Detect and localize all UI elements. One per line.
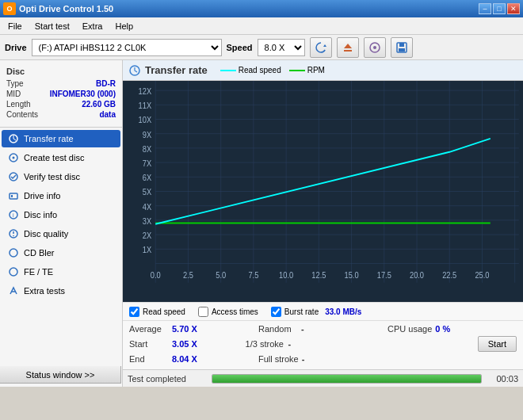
sidebar-item-disc-info[interactable]: i Disc info — [2, 206, 120, 223]
close-button[interactable]: ✕ — [507, 3, 520, 14]
burst-rate-checkbox[interactable] — [271, 307, 281, 317]
stats-section: Average 5.70 X Random - CPU usage 0 % St… — [123, 321, 523, 369]
sidebar-item-label: CD Bler — [24, 248, 55, 258]
menu-help[interactable]: Help — [110, 20, 138, 32]
svg-text:4X: 4X — [143, 202, 152, 212]
svg-rect-13 — [11, 195, 13, 197]
disc-type-key: Type — [6, 79, 24, 88]
stat-one-third: 1/3 stroke - — [246, 339, 362, 349]
svg-text:8X: 8X — [143, 144, 152, 154]
maximize-button[interactable]: □ — [493, 3, 506, 14]
end-val: 8.04 X — [172, 354, 212, 364]
svg-text:1X: 1X — [143, 245, 152, 254]
title-bar: O Opti Drive Control 1.50 – □ ✕ — [0, 0, 523, 17]
sidebar-item-label: Extra tests — [24, 286, 65, 296]
main-layout: Disc Type BD-R MID INFOMER30 (000) Lengt… — [0, 60, 523, 387]
refresh-button[interactable] — [310, 37, 332, 58]
chart-controls: Read speed Access times Burst rate 33.0 … — [123, 302, 523, 321]
menu-file[interactable]: File — [3, 20, 27, 32]
disc-length-val: 22.60 GB — [82, 100, 116, 109]
svg-rect-12 — [10, 193, 17, 199]
disc-mid-key: MID — [6, 90, 21, 98]
sidebar-item-label: Transfer rate — [24, 134, 74, 143]
speed-select[interactable]: 8.0 X — [258, 39, 305, 56]
disc-info-icon: i — [8, 209, 19, 220]
access-times-checkbox[interactable] — [198, 307, 208, 317]
disc-quality-icon — [8, 228, 19, 239]
burst-rate-value: 33.0 MB/s — [325, 307, 361, 316]
stat-end: End 8.04 X — [129, 354, 258, 364]
svg-text:0.0: 0.0 — [151, 270, 161, 280]
chart-svg: 12X 11X 10X 9X 8X 7X 6X 5X 4X 3X 2X 1X 0… — [123, 81, 523, 302]
sidebar-item-label: Verify test disc — [24, 172, 80, 181]
start-val: 3.05 X — [172, 339, 212, 349]
legend-rpm: RPM — [289, 66, 325, 74]
one-third-key: 1/3 stroke — [246, 339, 285, 349]
sidebar-item-fe-te[interactable]: FE / TE — [2, 263, 120, 281]
disc-icon-button[interactable] — [364, 37, 386, 58]
sidebar-item-label: FE / TE — [24, 267, 53, 277]
drive-label: Drive — [5, 43, 27, 52]
read-speed-label: Read speed — [239, 66, 281, 74]
drive-select[interactable]: (F:) ATAPI iHBS112 2 CL0K — [32, 39, 222, 56]
menu-bar: File Start test Extra Help — [0, 17, 523, 35]
save-button[interactable] — [391, 37, 413, 58]
drive-bar: Drive (F:) ATAPI iHBS112 2 CL0K Speed 8.… — [0, 35, 523, 60]
svg-text:i: i — [13, 212, 14, 218]
svg-text:6X: 6X — [143, 173, 152, 182]
svg-point-4 — [373, 46, 376, 49]
svg-rect-7 — [399, 48, 405, 52]
chart-area: 12X 11X 10X 9X 8X 7X 6X 5X 4X 3X 2X 1X 0… — [123, 81, 523, 302]
legend-read-speed: Read speed — [220, 66, 281, 74]
full-stroke-val: - — [302, 354, 342, 364]
stat-full-stroke: Full stroke - — [258, 354, 387, 364]
read-speed-checkbox[interactable] — [129, 307, 139, 317]
chart-header: Transfer rate Read speed RPM — [123, 60, 523, 81]
svg-rect-6 — [399, 43, 404, 47]
fe-te-icon — [8, 266, 19, 277]
stat-random: Random - — [258, 324, 387, 334]
content-area: Transfer rate Read speed RPM — [123, 60, 523, 387]
sidebar-divider — [0, 127, 122, 128]
sidebar-item-transfer-rate[interactable]: Transfer rate — [2, 130, 120, 147]
sidebar-item-cd-bler[interactable]: CD Bler — [2, 244, 120, 262]
speed-label: Speed — [227, 43, 253, 52]
svg-text:7X: 7X — [143, 158, 152, 168]
sidebar-item-create-test-disc[interactable]: Create test disc — [2, 149, 120, 166]
cpu-key: CPU usage — [387, 324, 432, 334]
chart-title: Transfer rate — [145, 64, 208, 76]
disc-contents-val: data — [99, 110, 116, 119]
svg-point-18 — [10, 249, 17, 257]
status-time: 00:03 — [487, 374, 518, 384]
sidebar-item-label: Drive info — [24, 191, 60, 200]
title-bar-left: O Opti Drive Control 1.50 — [3, 2, 113, 15]
menu-extra[interactable]: Extra — [78, 20, 108, 32]
sidebar-item-drive-info[interactable]: Drive info — [2, 187, 120, 204]
disc-contents-row: Contents data — [6, 110, 116, 119]
minimize-button[interactable]: – — [479, 3, 491, 14]
svg-text:9X: 9X — [143, 130, 152, 139]
sidebar-item-verify-test-disc[interactable]: Verify test disc — [2, 168, 120, 185]
burst-rate-ctrl-label: Burst rate — [284, 307, 319, 316]
menu-start-test[interactable]: Start test — [30, 20, 74, 32]
sidebar-item-disc-quality[interactable]: Disc quality — [2, 225, 120, 242]
stat-start: Start 3.05 X — [129, 339, 246, 349]
svg-text:20.0: 20.0 — [410, 270, 424, 280]
svg-text:10.0: 10.0 — [279, 270, 293, 280]
disc-mid-val: INFOMER30 (000) — [50, 90, 116, 98]
start-button[interactable]: Start — [478, 336, 517, 352]
disc-length-row: Length 22.60 GB — [6, 100, 116, 109]
disc-length-key: Length — [6, 100, 31, 109]
eject-button[interactable] — [337, 37, 359, 58]
sidebar-item-extra-tests[interactable]: Extra tests — [2, 282, 120, 300]
svg-text:22.5: 22.5 — [442, 270, 456, 280]
disc-mid-row: MID INFOMER30 (000) — [6, 90, 116, 98]
svg-text:11X: 11X — [139, 101, 152, 110]
start-key: Start — [129, 339, 169, 349]
disc-section: Disc Type BD-R MID INFOMER30 (000) Lengt… — [0, 63, 122, 125]
full-stroke-key: Full stroke — [258, 354, 299, 364]
cd-bler-icon — [8, 247, 19, 258]
status-window-button[interactable]: Status window >> — [0, 366, 121, 384]
svg-text:17.5: 17.5 — [377, 270, 391, 280]
create-test-disc-icon — [8, 152, 19, 163]
